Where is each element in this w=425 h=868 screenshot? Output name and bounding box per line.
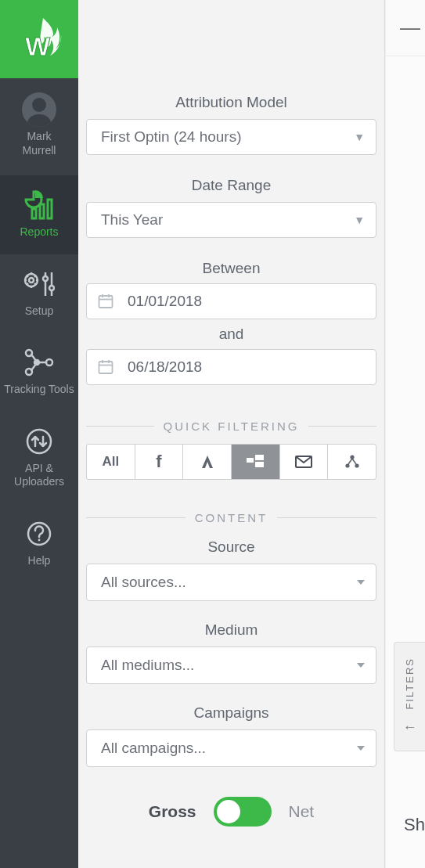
api-uploaders-icon: [25, 427, 53, 456]
tracking-tools-icon: [23, 348, 55, 376]
calendar-icon: [98, 294, 113, 309]
quick-filter-network[interactable]: [328, 445, 376, 479]
sidebar-item-setup[interactable]: Setup: [0, 254, 78, 333]
quick-filter-facebook[interactable]: f: [135, 445, 184, 479]
campaigns-value: All campaigns...: [101, 740, 206, 757]
truncated-text: Sh: [404, 815, 425, 835]
source-label: Source: [86, 538, 376, 556]
svg-point-10: [49, 286, 54, 290]
facebook-icon: f: [156, 452, 161, 472]
gross-label: Gross: [149, 802, 196, 821]
svg-point-17: [38, 538, 41, 541]
sidebar-item-label: Help: [28, 554, 51, 568]
sidebar-item-api-uploaders[interactable]: API & Uploaders: [0, 412, 78, 504]
svg-line-34: [352, 459, 356, 464]
app-logo[interactable]: W: [0, 0, 78, 78]
campaigns-select[interactable]: All campaigns...: [86, 729, 376, 767]
flame-w-logo-icon: W: [16, 16, 62, 62]
right-top-bar: —: [386, 0, 425, 56]
svg-point-8: [43, 276, 48, 281]
sidebar-item-help[interactable]: Help: [0, 504, 78, 583]
arrow-left-icon: ←: [403, 719, 417, 736]
between-label: Between: [86, 260, 376, 277]
sidebar-item-label: API & Uploaders: [3, 462, 75, 489]
gross-net-toggle[interactable]: [214, 797, 272, 827]
avatar-icon: [22, 92, 56, 127]
sidebar-item-label: Reports: [20, 225, 58, 240]
filters-collapse-tab[interactable]: FILTERS ←: [394, 642, 425, 751]
campaigns-label: Campaigns: [86, 704, 376, 722]
reports-icon: [24, 190, 54, 220]
gross-net-row: Gross Net: [86, 797, 376, 827]
quick-filter-row: All f: [86, 444, 376, 480]
network-icon: [344, 455, 360, 469]
chevron-down-icon: ▼: [354, 214, 365, 226]
adwords-icon: [200, 454, 215, 470]
dash-icon: —: [400, 16, 420, 40]
svg-rect-26: [247, 458, 254, 463]
svg-rect-2: [32, 209, 36, 218]
svg-point-15: [27, 430, 51, 453]
sidebar-item-reports[interactable]: Reports: [0, 175, 78, 254]
source-select[interactable]: All sources...: [86, 564, 376, 601]
net-label: Net: [289, 802, 315, 821]
filters-panel: Attribution Model First Optin (24 hours)…: [78, 0, 385, 868]
quick-filter-segment[interactable]: [232, 445, 280, 479]
date-from-input[interactable]: 01/01/2018: [86, 283, 376, 319]
attribution-model-value: First Optin (24 hours): [101, 128, 242, 146]
medium-select[interactable]: All mediums...: [86, 646, 376, 684]
and-label: and: [86, 326, 376, 343]
svg-text:W: W: [25, 31, 51, 61]
date-to-value: 06/18/2018: [128, 358, 202, 376]
svg-rect-28: [255, 462, 264, 467]
sidebar-profile[interactable]: Mark Murrell: [0, 78, 78, 175]
quick-filter-email[interactable]: [280, 445, 329, 479]
svg-point-6: [29, 278, 34, 283]
sidebar-rail: W Mark Murrell: [0, 0, 78, 868]
help-icon: [26, 520, 52, 547]
profile-name-line2: Murrell: [23, 144, 56, 158]
segment-icon: [247, 455, 264, 469]
calendar-icon: [98, 359, 113, 375]
chevron-down-icon: [357, 746, 365, 751]
date-from-value: 01/01/2018: [128, 293, 202, 310]
date-range-value: This Year: [101, 211, 163, 229]
svg-rect-27: [255, 455, 264, 460]
svg-rect-3: [40, 204, 44, 218]
chevron-down-icon: ▼: [354, 131, 365, 143]
filters-tab-label: FILTERS: [404, 657, 416, 710]
attribution-model-label: Attribution Model: [86, 94, 376, 111]
medium-value: All mediums...: [101, 657, 194, 674]
svg-point-30: [350, 455, 354, 459]
svg-rect-22: [99, 362, 113, 373]
medium-label: Medium: [86, 621, 376, 639]
date-to-input[interactable]: 06/18/2018: [86, 349, 376, 385]
profile-name-line1: Mark: [27, 130, 51, 144]
quick-filter-all[interactable]: All: [87, 445, 135, 479]
source-value: All sources...: [101, 574, 186, 591]
attribution-model-select[interactable]: First Optin (24 hours) ▼: [86, 119, 376, 155]
right-area: — FILTERS ← Sh: [385, 0, 425, 868]
svg-line-33: [348, 459, 352, 464]
content-heading: CONTENT: [86, 511, 376, 524]
svg-rect-18: [99, 296, 113, 308]
quick-filter-adwords[interactable]: [183, 445, 232, 479]
svg-rect-4: [48, 200, 52, 218]
date-range-label: Date Range: [86, 177, 376, 194]
toggle-knob: [217, 800, 240, 823]
sidebar-item-label: Setup: [25, 304, 54, 319]
chevron-down-icon: [357, 580, 365, 585]
email-icon: [295, 456, 312, 468]
chevron-down-icon: [357, 663, 365, 668]
sidebar-item-label: Tracking Tools: [4, 383, 74, 397]
svg-point-1: [32, 98, 46, 112]
quick-filtering-heading: QUICK FILTERING: [86, 420, 376, 433]
date-range-select[interactable]: This Year ▼: [86, 202, 376, 238]
setup-icon: [23, 271, 55, 297]
sidebar-item-tracking-tools[interactable]: Tracking Tools: [0, 333, 78, 412]
